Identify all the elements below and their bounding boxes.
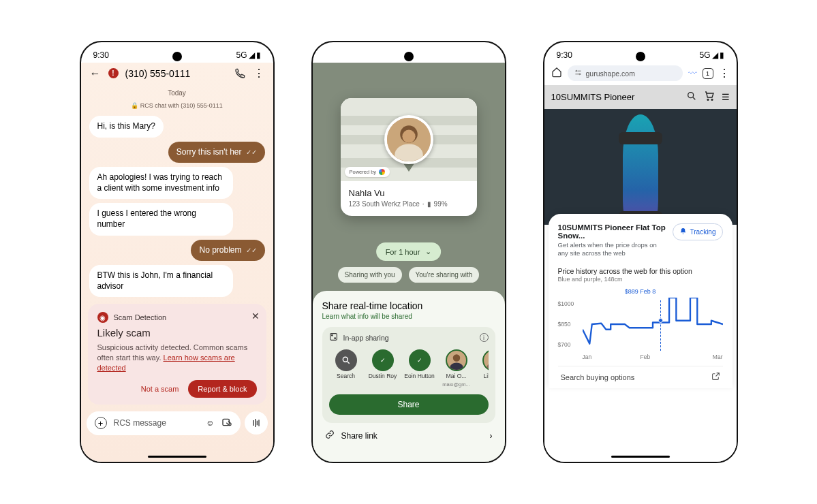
contact-avatar [482, 349, 489, 371]
price-insights-icon[interactable]: 〰 [688, 68, 697, 78]
contact-item[interactable]: ✓ Dustin Roy [366, 349, 400, 388]
voice-message-button[interactable] [245, 411, 268, 435]
signal-icon: ◢ [480, 50, 487, 60]
tab-count: 1 [706, 70, 709, 77]
more-icon[interactable]: ⋮ [253, 67, 265, 80]
check-icon: ✓ [409, 349, 431, 371]
y-tick: $1000 [558, 300, 574, 307]
add-attachment-icon[interactable]: + [95, 417, 107, 429]
network-label: 5G [467, 50, 478, 60]
y-tick: $850 [558, 321, 571, 328]
battery-icon: ▮ [256, 50, 261, 60]
status-time: 9:30 [93, 50, 109, 60]
status-time: 9:30 [557, 50, 572, 60]
message-out[interactable]: No problem ✓✓ [191, 240, 264, 262]
product-title: 10SUMMITS Pioneer Flat Top Snow... [558, 223, 667, 240]
user-address: 123 South Werkz Place · ▮ 99% [349, 200, 469, 208]
not-scam-button[interactable]: Not a scam [141, 385, 179, 393]
status-time: 9:30 [325, 50, 341, 60]
price-history-title: Price history across the web for this op… [558, 267, 723, 275]
info-icon[interactable]: i [480, 333, 489, 342]
svg-point-21 [711, 99, 713, 100]
contact-item[interactable]: Mai O... maio@gm... [440, 349, 474, 388]
chart-svg [583, 298, 723, 351]
camera-cutout [636, 52, 645, 61]
contact-item[interactable]: ✓ Eoin Hutton [403, 349, 437, 388]
phone-location-share: 9:30 5G ◢ ▮ Sharing with you You're shar… [311, 41, 506, 463]
gallery-icon[interactable] [221, 417, 232, 430]
message-in[interactable]: Ah apologies! I was trying to reach a cl… [89, 167, 234, 199]
search-icon[interactable] [686, 91, 697, 104]
learn-link[interactable]: Learn what info will be shared [322, 313, 495, 320]
emoji-icon[interactable]: ☺ [206, 418, 214, 428]
camera-cutout [404, 52, 414, 61]
tab-switcher[interactable]: 1 [703, 68, 713, 79]
message-in[interactable]: I guess I entered the wrong number [89, 203, 234, 235]
message-out[interactable]: Sorry this isn't her ✓✓ [168, 142, 265, 163]
svg-point-11 [334, 338, 335, 339]
url-bar[interactable]: gurushape.com [568, 65, 683, 81]
duration-selector[interactable]: For 1 hour ⌄ [376, 242, 442, 261]
back-icon[interactable]: ← [89, 67, 102, 80]
battery-icon: ▮ [488, 50, 493, 60]
conversation-header: ← ! (310) 555-0111 ⋮ [81, 63, 273, 84]
home-indicator[interactable] [148, 456, 206, 458]
external-link-icon[interactable] [711, 372, 720, 383]
report-block-button[interactable]: Report & block [188, 380, 256, 398]
share-link-row[interactable]: Share link [341, 431, 377, 441]
composer-placeholder: RCS message [114, 418, 200, 428]
status-right: 5G ◢ ▮ [236, 50, 260, 60]
section-label: In-app sharing [343, 334, 389, 342]
phone-messages: 9:30 5G ◢ ▮ ← ! (310) 555-0111 ⋮ Today 🔒… [80, 41, 275, 463]
contact-item[interactable]: Lil Smy [476, 349, 489, 388]
header-phone-number[interactable]: (310) 555-0111 [125, 68, 227, 79]
svg-point-18 [579, 74, 580, 75]
svg-point-17 [576, 70, 577, 72]
tab-sharing-with-you: Sharing with you [338, 267, 402, 283]
call-icon[interactable] [234, 68, 246, 79]
card-map-preview: Powered by [341, 98, 477, 181]
battery-percent: 99% [434, 200, 448, 208]
message-in[interactable]: BTW this is John, I'm a financial adviso… [89, 265, 234, 297]
contact-label: Mai O... [446, 373, 467, 379]
price-history-chart[interactable]: $1000 $850 $700 Jan Feb Mar [558, 298, 723, 360]
duration-label: For 1 hour [386, 248, 420, 256]
share-sheet: Share real-time location Learn what info… [313, 291, 505, 462]
product-hero[interactable] [544, 109, 737, 225]
contacts-row[interactable]: Search ✓ Dustin Roy ✓ Eoin Hutton Mai O.… [329, 349, 489, 388]
message-in[interactable]: Hi, is this Mary? [89, 116, 164, 138]
site-settings-icon [574, 69, 582, 78]
browser-toolbar: gurushape.com 〰 1 ⋮ [544, 63, 737, 85]
callout-line [660, 300, 661, 351]
close-icon[interactable]: ✕ [251, 311, 260, 321]
share-button[interactable]: Share [329, 394, 489, 415]
read-receipt-icon: ✓✓ [246, 148, 257, 157]
composer-field[interactable]: + RCS message ☺ [87, 411, 241, 435]
svg-rect-3 [256, 421, 257, 426]
home-icon[interactable] [551, 67, 562, 80]
google-logo-icon [379, 169, 385, 175]
contact-search[interactable]: Search [329, 349, 363, 388]
spam-alert-icon: ! [108, 68, 119, 78]
menu-icon[interactable]: ☰ [722, 92, 730, 102]
signal-icon: ◢ [712, 50, 718, 60]
powered-by-badge: Powered by [345, 167, 390, 177]
phone-price-tracking: 9:30 5G ◢ ▮ gurushape.com 〰 1 ⋮ 10SUMMIT… [543, 41, 738, 463]
more-icon[interactable]: ⋮ [719, 67, 730, 80]
contact-avatar [446, 349, 467, 371]
svg-rect-1 [253, 420, 253, 426]
home-indicator[interactable] [611, 456, 670, 458]
svg-point-19 [688, 93, 693, 98]
signal-icon: ◢ [249, 50, 255, 60]
check-icon: ✓ [372, 349, 394, 371]
chevron-down-icon: ⌄ [425, 247, 431, 256]
contact-sublabel: maio@gm... [442, 382, 470, 388]
search-icon [335, 349, 357, 371]
svg-rect-9 [330, 334, 337, 341]
search-buying-options[interactable]: Search buying options [561, 373, 635, 381]
scam-headline: Likely scam [97, 327, 257, 338]
tracking-chip[interactable]: Tracking [673, 223, 723, 240]
link-icon [325, 430, 335, 441]
callout-dot [658, 318, 663, 323]
cart-icon[interactable] [704, 91, 715, 104]
